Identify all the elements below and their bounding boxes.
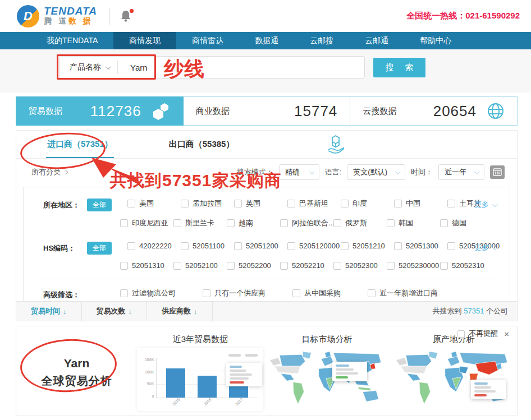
notification-bell-icon[interactable] [120,10,132,23]
region-checkbox-option[interactable]: 英国 [234,199,287,209]
hs-code-checkbox-option[interactable]: 52052200 [227,261,280,270]
language-select[interactable]: 英文(默认) [347,164,405,180]
region-checkbox-option[interactable]: 越南 [227,218,280,228]
hs-all-badge[interactable]: 全部 [87,242,112,255]
hs-code-checkbox-option[interactable]: 5205230000 [387,261,440,270]
region-checkbox-option[interactable]: 韩国 [387,218,440,228]
checkbox-label: 52051100 [193,242,225,250]
region-checkbox-option[interactable]: 印度 [341,199,394,209]
nav-data-pass[interactable]: 数据通 [239,32,294,49]
origin-analysis-map[interactable] [392,348,515,411]
hand-holding-data-icon [324,133,347,159]
checkbox-label: 德国 [452,218,466,228]
checkbox-icon [333,219,341,227]
region-checkbox-option[interactable]: 德国 [440,218,493,228]
hs-code-checkbox-option[interactable]: 52052210 [280,261,333,270]
checkbox-label: 过滤物流公司 [132,288,176,298]
advanced-checkbox-option[interactable]: 只有一个供应商 [203,288,266,298]
region-checkbox-option[interactable]: 中国 [394,199,447,209]
regions-more-link[interactable]: 更多 [474,200,496,210]
nav-my-tendata[interactable]: 我的TENDATA [31,32,113,49]
notification-dot [130,9,134,13]
checkbox-label: 俄罗斯 [345,218,367,228]
stat-card-trade-data[interactable]: 贸易数据 112736 [16,96,184,126]
checkbox-label: 美国 [139,199,154,209]
all-categories-link[interactable]: 所有分类 [31,167,67,177]
checkbox-icon [341,242,349,250]
bar-2015[interactable] [166,368,185,398]
checkbox-label: 52052100 [185,261,218,270]
checkbox-label: 中国 [406,199,420,209]
nav-cloud-mail-search[interactable]: 云邮搜 [294,32,349,49]
hs-code-checkbox-option[interactable]: 52051200 [234,242,287,250]
sort-trade-time[interactable]: 贸易时间↓ [16,302,82,321]
hs-code-checkbox-option[interactable]: 52052300 [333,261,387,270]
stat-card-business-data[interactable]: 商业数据 15774 [184,96,351,126]
importer-exporter-tabs: 进口商（57351） 出口商（55385） [16,131,517,159]
region-all-badge[interactable]: 全部 [87,199,112,211]
hs-code-checkbox-option[interactable]: 52051100 [181,242,234,250]
sort-bar: 贸易时间↓ 贸易次数↓ 供应商数↓ 共搜索到 57351 个公司 [16,301,518,321]
tab-exporters[interactable]: 出口商（55385） [158,131,246,158]
stat-card-cloud-search-data[interactable]: 云搜数据 20654 [350,96,518,126]
nav-business-discovery[interactable]: 商情发现 [113,32,176,49]
checkbox-icon [227,262,235,270]
region-checkbox-option[interactable]: 巴基斯坦 [287,199,341,209]
region-checkbox-option[interactable]: 阿拉伯联合... [280,218,333,228]
region-checkbox-option[interactable]: 斯里兰卡 [173,218,227,228]
checkbox-icon [227,219,235,227]
hs-code-checkbox-option[interactable]: 52052310 [440,261,493,270]
advanced-checkbox-option[interactable]: 过滤物流公司 [120,288,176,298]
checkbox-icon [203,289,210,297]
trade-3yr-bar-chart[interactable]: 150K 100K 50K 0 2015 2016 2017 [137,348,263,411]
region-checkbox-row-1: 美国 孟加拉国 英国 巴基斯坦 [127,199,501,209]
map-tooltip [471,380,506,399]
results-panel: 进口商（57351） 出口商（55385） 所有分类 搜索模式： 精确 语言: … [16,130,518,319]
chart-legend [141,352,258,357]
region-checkbox-option[interactable]: 俄罗斯 [333,218,387,228]
result-count-number: 57351 [464,307,484,315]
checkbox-icon [440,219,448,227]
region-checkbox-option[interactable]: 孟加拉国 [181,199,234,209]
advanced-checkbox-option[interactable]: 近一年新增进口商 [368,288,438,298]
search-bar: 产品名称 Yarn [59,56,365,79]
nav-business-radar[interactable]: 商情雷达 [176,32,239,49]
region-checkbox-option[interactable]: 美国 [127,199,181,209]
checkbox-label: 英国 [246,199,260,209]
hs-code-checkbox-option[interactable]: 42022220 [127,242,181,250]
search-field-selector[interactable]: 产品名称 [59,61,118,74]
search-button[interactable]: 搜 索 [373,58,425,77]
region-checkbox-option[interactable]: 印度尼西亚 [120,218,173,228]
sort-trade-count[interactable]: 贸易次数↓ [82,302,148,321]
hs-code-checkbox-option[interactable]: 52051310 [120,261,173,270]
sort-label: 贸易时间 [31,306,60,316]
hs-code-checkbox-option[interactable]: 52051300 [394,242,447,250]
time-select[interactable]: 近一年 [438,164,484,180]
checkbox-icon [280,262,288,270]
advanced-options: 过滤物流公司 只有一个供应商 从中国采购 近一年新增进口商 [120,288,497,298]
calendar-icon[interactable] [490,165,505,179]
checkbox-icon [447,200,455,207]
search-mode-select[interactable]: 精确 [279,164,319,180]
hs-code-checkbox-option[interactable]: 5205120000 [287,242,341,250]
hs-code-checkbox-option[interactable]: 52051210 [341,242,394,250]
chevron-down-icon [106,64,111,70]
hs-more-link[interactable]: 更多 [474,243,496,253]
stat-label: 云搜数据 [363,106,396,117]
dismiss-checkbox[interactable] [457,330,465,338]
nav-cloud-mail-pass[interactable]: 云邮通 [349,32,404,49]
close-icon[interactable]: × [504,329,509,339]
tab-importers[interactable]: 进口商（57351） [36,131,124,158]
search-field-label: 产品名称 [70,62,101,72]
advanced-filter-label: 高级筛选： [43,288,120,300]
search-input[interactable]: Yarn [118,63,160,72]
tendata-logo[interactable]: D TENDATA 腾 道数 据 [17,5,97,27]
bar-2016[interactable] [198,376,217,398]
hs-filter-label: HS编码： [43,242,87,253]
language-label: 语言: [325,167,342,177]
target-market-map[interactable] [266,348,388,411]
hs-code-checkbox-option[interactable]: 52052100 [173,261,227,270]
sort-supplier-count[interactable]: 供应商数↓ [147,302,213,321]
nav-help-center[interactable]: 帮助中心 [404,32,467,49]
advanced-checkbox-option[interactable]: 从中国采购 [292,288,341,298]
